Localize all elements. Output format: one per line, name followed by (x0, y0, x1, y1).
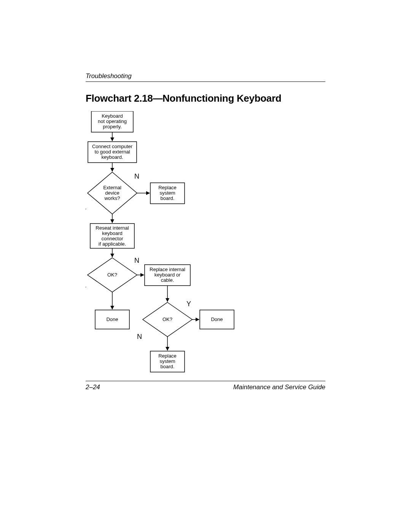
header-section: Troubleshooting (86, 72, 325, 80)
svg-text:Reseat internal: Reseat internal (96, 225, 129, 231)
svg-text:properly.: properly. (103, 124, 122, 129)
svg-text:Replace: Replace (158, 353, 177, 359)
node-ok1: OK? (88, 258, 137, 292)
page-title: Flowchart 2.18—Nonfunctioning Keyboard (86, 93, 325, 104)
svg-text:keyboard: keyboard (102, 230, 122, 236)
svg-text:Replace: Replace (158, 185, 177, 190)
node-rsb2: Replace system board. (150, 351, 185, 372)
label-ok1-n: N (134, 257, 139, 264)
svg-text:works?: works? (104, 195, 120, 201)
svg-text:OK?: OK? (162, 316, 172, 322)
label-extdev-n: N (134, 173, 139, 180)
svg-text:Done: Done (211, 316, 223, 322)
node-extdev: External device works? (88, 172, 137, 214)
svg-text:system: system (159, 190, 175, 196)
svg-text:device: device (105, 190, 119, 196)
svg-text:keyboard.: keyboard. (101, 154, 123, 160)
svg-text:OK?: OK? (107, 272, 117, 278)
label-ok2-n: N (137, 333, 142, 340)
node-done1: Done (95, 310, 129, 329)
label-ok1-y: Y (86, 286, 86, 293)
node-reseat: Reseat internal keyboard connector if ap… (90, 224, 134, 248)
svg-text:External: External (103, 185, 121, 190)
svg-text:Keyboard: Keyboard (102, 113, 123, 119)
label-ok2-y: Y (186, 300, 191, 308)
svg-text:board.: board. (161, 195, 175, 201)
footer-rule (86, 381, 325, 381)
svg-text:keyboard or: keyboard or (155, 272, 181, 278)
content-area: Troubleshooting Flowchart 2.18—Nonfuncti… (86, 72, 325, 395)
node-repkb: Replace internal keyboard or cable. (145, 265, 190, 286)
label-extdev-y: Y (86, 208, 86, 215)
svg-text:if applicable.: if applicable. (99, 241, 126, 247)
footer: 2–24 Maintenance and Service Guide (86, 381, 325, 391)
node-ok2: OK? (143, 302, 192, 337)
svg-text:Done: Done (106, 316, 118, 322)
footer-page: 2–24 (86, 383, 100, 391)
node-start: Keyboard not operating properly. (91, 111, 133, 132)
header-rule (86, 81, 325, 82)
flowchart-svg: Keyboard not operating properly. Connect… (86, 111, 325, 393)
node-connect: Connect computer to good external keyboa… (88, 142, 137, 163)
svg-text:Connect computer: Connect computer (92, 144, 133, 149)
svg-text:cable.: cable. (161, 277, 174, 283)
page: Troubleshooting Flowchart 2.18—Nonfuncti… (0, 0, 411, 532)
svg-text:not operating: not operating (98, 118, 127, 124)
node-rsb1: Replace system board. (150, 183, 185, 204)
footer-doc: Maintenance and Service Guide (233, 383, 325, 391)
node-done2: Done (200, 310, 234, 329)
svg-text:to good external: to good external (94, 149, 130, 155)
svg-text:system: system (159, 358, 175, 364)
svg-text:board.: board. (161, 364, 175, 369)
svg-text:connector: connector (101, 236, 123, 241)
svg-text:Replace internal: Replace internal (150, 267, 185, 272)
